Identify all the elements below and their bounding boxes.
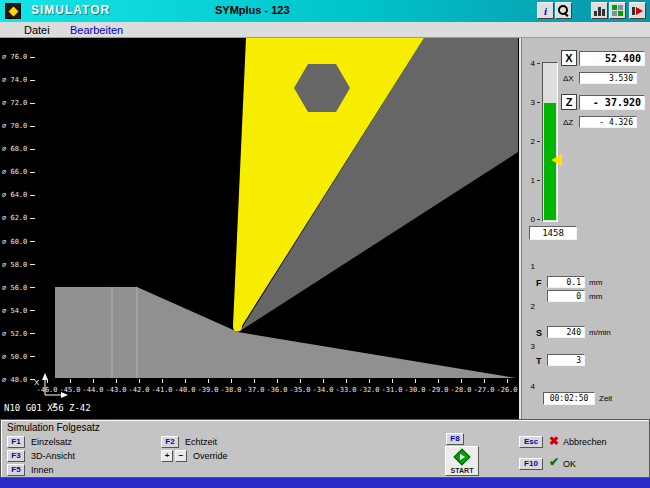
time-label: Zeit xyxy=(599,394,612,403)
y-axis-label: ⌀ 70.0 xyxy=(2,122,27,130)
y-axis-label: ⌀ 50.0 xyxy=(2,353,27,361)
override-minus-button[interactable]: − xyxy=(175,450,187,462)
ok-label: OK xyxy=(563,459,576,469)
gauge-scale-number: 4 xyxy=(523,59,535,68)
y-axis-label: ⌀ 68.0 xyxy=(2,145,27,153)
menu-item-bearbeiten[interactable]: Bearbeiten xyxy=(70,24,123,36)
title-bar: SIMULATOR SYMplus - 123 i xyxy=(0,0,650,22)
magnifier-icon xyxy=(558,5,569,16)
x-axis-icon: X xyxy=(561,50,577,66)
f5-key-button[interactable]: F5 xyxy=(7,464,25,476)
softkey-panel: Simulation Folgesatz F1 Einzelsatz F3 3D… xyxy=(0,419,650,478)
gauge-scale-number: 1 xyxy=(523,176,535,185)
tool-number-value: 3 xyxy=(547,354,585,366)
y-axis-tick xyxy=(30,287,35,288)
y-axis-label: ⌀ 56.0 xyxy=(2,284,27,292)
spindle-gauge xyxy=(542,62,558,222)
gauge-scale-tick xyxy=(537,219,540,220)
x-axis-tick xyxy=(507,379,508,383)
x-axis-tick xyxy=(415,379,416,383)
spindle-gauge-marker-icon xyxy=(551,154,562,166)
feed-label: F xyxy=(536,278,542,288)
x-axis-tick xyxy=(346,379,347,383)
y-axis-label: ⌀ 60.0 xyxy=(2,238,27,246)
document-title: SYMplus - 123 xyxy=(215,4,290,16)
y-axis-tick xyxy=(30,241,35,242)
exit-door-icon xyxy=(632,6,644,16)
delta-z-value: - 4.326 xyxy=(579,116,637,128)
x-axis-tick xyxy=(484,379,485,383)
y-axis-tick xyxy=(30,218,35,219)
y-axis-tick xyxy=(30,149,35,150)
x-axis-tick xyxy=(438,379,439,383)
machine-status-panel: X 52.400 ΔX 3.530 Z - 37.920 ΔZ - 4.326 … xyxy=(519,38,650,419)
info-icon: i xyxy=(544,5,547,17)
einzelsatz-label: Einzelsatz xyxy=(31,437,72,447)
y-axis-label: ⌀ 58.0 xyxy=(2,261,27,269)
f3-key-button[interactable]: F3 xyxy=(7,450,25,462)
speed-unit: m/min xyxy=(589,328,611,337)
x-axis-tick xyxy=(208,379,209,383)
y-axis-label: ⌀ 76.0 xyxy=(2,53,27,61)
delta-x-value: 3.530 xyxy=(579,72,637,84)
y-axis-tick xyxy=(30,172,35,173)
esc-key-button[interactable]: Esc xyxy=(519,436,543,448)
y-axis-label: ⌀ 62.0 xyxy=(2,214,27,222)
feed-value-2: 0 xyxy=(547,290,585,302)
f10-key-button[interactable]: F10 xyxy=(519,458,543,470)
ok-check-icon: ✔ xyxy=(549,456,559,468)
speed-value: 240 xyxy=(547,326,585,338)
play-icon xyxy=(460,454,465,460)
x-axis-label: -26.0 xyxy=(494,386,519,394)
override-label: Override xyxy=(193,451,228,461)
softkey-panel-title: Simulation Folgesatz xyxy=(7,422,100,433)
info-button[interactable]: i xyxy=(537,2,554,19)
x-axis-tick xyxy=(369,379,370,383)
simulation-viewport: X Z ⌀ 76.0⌀ 74.0⌀ 72.0⌀ 70.0⌀ 68.0⌀ 66.0… xyxy=(0,38,519,419)
x-axis-tick xyxy=(185,379,186,383)
gauge-scale-tick xyxy=(537,63,540,64)
cancel-x-icon: ✖ xyxy=(549,435,559,447)
y-axis-tick xyxy=(30,103,35,104)
x-axis-tick xyxy=(70,379,71,383)
x-axis-tick xyxy=(231,379,232,383)
simulation-drawing: X Z xyxy=(0,38,519,419)
tool-tip-shape xyxy=(233,323,242,332)
y-axis-tick xyxy=(30,195,35,196)
y-axis-label: ⌀ 52.0 xyxy=(2,330,27,338)
menu-item-datei[interactable]: Datei xyxy=(24,24,50,36)
gauge-scale-tick xyxy=(537,141,540,142)
bar-chart-icon xyxy=(594,6,605,16)
gauge-scale-number: 3 xyxy=(523,98,535,107)
gauge-scale-number: 2 xyxy=(523,137,535,146)
gauge-scale-tick xyxy=(537,102,540,103)
f1-key-button[interactable]: F1 xyxy=(7,436,25,448)
y-axis-label: ⌀ 66.0 xyxy=(2,168,27,176)
y-axis-tick xyxy=(30,126,35,127)
x-axis-tick xyxy=(323,379,324,383)
y-axis-label: ⌀ 54.0 xyxy=(2,307,27,315)
statistics-button[interactable] xyxy=(591,2,608,19)
echtzeit-label: Echtzeit xyxy=(185,437,217,447)
feed-unit-1: mm xyxy=(589,278,602,287)
start-button[interactable]: START xyxy=(445,446,479,476)
x-axis-tick xyxy=(254,379,255,383)
override-plus-button[interactable]: + xyxy=(161,450,173,462)
x-axis-tick xyxy=(139,379,140,383)
y-axis-tick xyxy=(30,310,35,311)
z-position-value: - 37.920 xyxy=(579,95,645,110)
logo-diamond-icon xyxy=(9,7,19,17)
zoom-button[interactable] xyxy=(555,2,572,19)
x-axis-tick xyxy=(93,379,94,383)
z-axis-icon: Z xyxy=(561,94,577,110)
f2-key-button[interactable]: F2 xyxy=(161,436,179,448)
app-title: SIMULATOR xyxy=(31,3,110,17)
system-menu-icon[interactable] xyxy=(5,3,21,19)
f8-key-button[interactable]: F8 xyxy=(446,433,464,445)
x-axis-tick xyxy=(162,379,163,383)
tool-label: T xyxy=(536,356,542,366)
exit-button[interactable] xyxy=(629,2,646,19)
y-axis-label: ⌀ 64.0 xyxy=(2,191,27,199)
window-layout-button[interactable] xyxy=(609,2,626,19)
y-axis-tick xyxy=(30,333,35,334)
